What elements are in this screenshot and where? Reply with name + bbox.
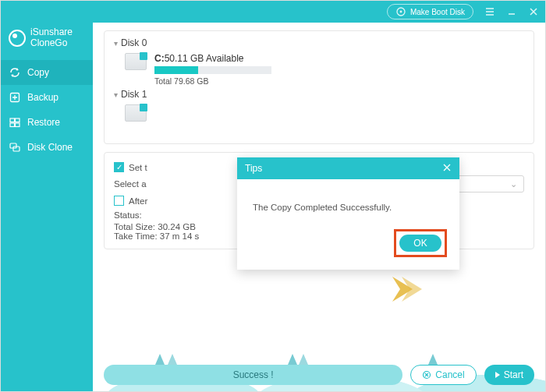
dialog-close-icon[interactable]	[442, 163, 452, 175]
disk-1-title: Disk 1	[121, 89, 147, 100]
sidebar: iSunshare CloneGo Copy Backup	[1, 23, 93, 391]
partition-title: C:50.11 GB Available	[154, 53, 271, 64]
tree-icon	[288, 354, 297, 365]
disc-icon	[395, 6, 406, 17]
start-label: Start	[504, 369, 523, 380]
sidebar-item-copy[interactable]: Copy	[1, 60, 93, 85]
app-logo: iSunshare CloneGo	[1, 23, 93, 60]
button-bar: Success ! Cancel Start	[93, 365, 545, 385]
close-icon[interactable]	[528, 6, 539, 17]
cancel-icon	[422, 370, 431, 380]
drive-icon	[125, 53, 147, 70]
progress-label: Success !	[233, 369, 274, 380]
tree-icon	[299, 354, 308, 365]
partition-row[interactable]: C:50.11 GB Available Total 79.68 GB	[125, 53, 524, 86]
app-window: Make Boot Disk iSunshare CloneGo	[0, 0, 546, 392]
dialog-titlebar: Tips	[237, 157, 459, 179]
disk-0-header[interactable]: ▾ Disk 0	[114, 37, 524, 48]
disk-0-title: Disk 0	[121, 37, 147, 48]
sidebar-item-restore[interactable]: Restore	[1, 110, 93, 135]
brand-line-1: iSunshare	[30, 27, 73, 38]
partition-letter: C:	[154, 53, 165, 64]
option-after-label: After	[129, 196, 147, 206]
start-button[interactable]: Start	[484, 365, 534, 385]
partition-row[interactable]	[125, 104, 524, 132]
svg-rect-5	[10, 123, 15, 127]
chevron-down-icon: ▾	[114, 39, 118, 48]
checkbox-after[interactable]	[114, 196, 124, 206]
dialog-footer: OK	[237, 229, 459, 270]
footer: Success ! Cancel Start	[93, 337, 545, 391]
copy-icon	[9, 66, 21, 79]
ok-highlight: OK	[394, 229, 447, 257]
tree-icon	[155, 354, 165, 365]
cancel-label: Cancel	[435, 369, 464, 380]
logo-icon	[9, 30, 26, 47]
tree-icon	[168, 354, 177, 365]
main-area: ▾ Disk 0 C:50.11 GB Available Total 79.6…	[93, 23, 545, 391]
status-take-time: Take Time: 37 m 14 s	[114, 231, 199, 241]
partition-available: 50.11 GB Available	[165, 53, 244, 64]
status-total-size: Total Size: 30.24 GB	[114, 222, 199, 231]
dialog-body: The Copy Completed Successfully.	[237, 179, 459, 229]
logo-text: iSunshare CloneGo	[30, 27, 73, 49]
progress-button: Success !	[104, 365, 402, 385]
restore-icon	[9, 116, 21, 129]
usage-bar	[154, 66, 271, 74]
ok-label: OK	[413, 238, 427, 249]
checkbox-set[interactable]: ✓	[114, 162, 124, 172]
option-set-label: Set t	[129, 163, 147, 172]
svg-rect-6	[16, 123, 20, 127]
sidebar-item-label: Restore	[27, 117, 60, 128]
partition-total: Total 79.68 GB	[154, 76, 271, 86]
menu-icon[interactable]	[484, 6, 495, 17]
disks-panel: ▾ Disk 0 C:50.11 GB Available Total 79.6…	[104, 30, 534, 144]
ok-button[interactable]: OK	[399, 235, 441, 252]
play-icon	[495, 372, 500, 378]
titlebar: Make Boot Disk	[1, 1, 545, 23]
dialog-title: Tips	[245, 163, 262, 174]
tips-dialog: Tips The Copy Completed Successfully. OK	[237, 157, 459, 270]
sidebar-item-backup[interactable]: Backup	[1, 85, 93, 110]
dialog-message: The Copy Completed Successfully.	[253, 203, 392, 212]
tree-icon	[428, 354, 438, 365]
svg-rect-4	[16, 118, 20, 122]
cancel-button[interactable]: Cancel	[410, 365, 476, 385]
svg-point-1	[400, 11, 402, 13]
disk-1-header[interactable]: ▾ Disk 1	[114, 89, 524, 100]
option-select-label: Select a	[114, 179, 147, 189]
backup-icon	[9, 91, 21, 104]
drive-icon	[125, 104, 147, 122]
sidebar-item-label: Backup	[27, 92, 58, 103]
minimize-icon[interactable]	[506, 6, 517, 17]
chevron-down-icon: ▾	[114, 90, 118, 99]
app-body: iSunshare CloneGo Copy Backup	[1, 23, 545, 391]
partition-info	[154, 104, 271, 132]
make-boot-disk-button[interactable]: Make Boot Disk	[387, 4, 473, 19]
make-boot-label: Make Boot Disk	[410, 8, 465, 16]
usage-bar-fill	[154, 66, 198, 74]
partition-info: C:50.11 GB Available Total 79.68 GB	[154, 53, 271, 86]
brand-line-2: CloneGo	[30, 38, 73, 49]
sidebar-item-disk-clone[interactable]: Disk Clone	[1, 135, 93, 160]
sidebar-item-label: Disk Clone	[27, 142, 73, 153]
svg-rect-3	[10, 118, 15, 122]
disk-clone-icon	[9, 141, 21, 154]
sidebar-item-label: Copy	[27, 67, 49, 78]
